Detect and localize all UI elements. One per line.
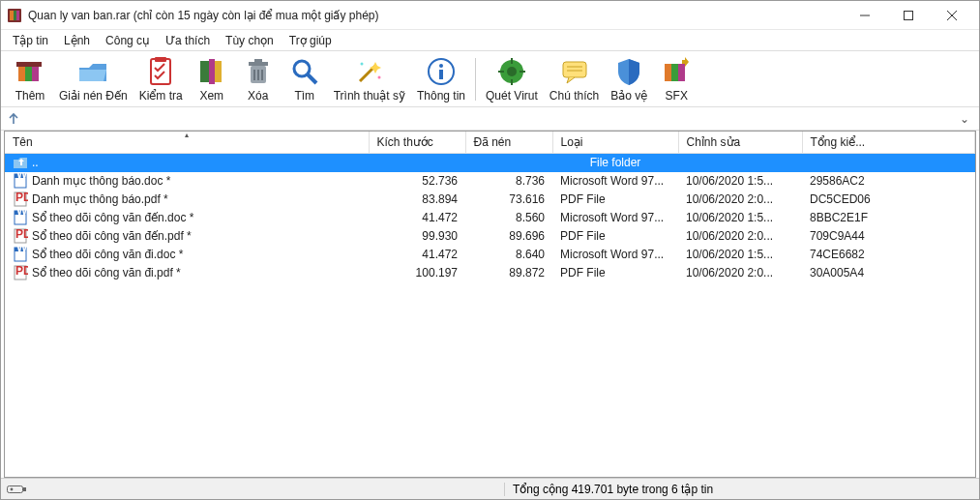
tool-label: Xóa <box>248 89 268 103</box>
tool-label: Giải nén Đến <box>59 89 128 103</box>
file-size: 41.472 <box>369 246 465 264</box>
file-type: PDF File <box>552 264 678 282</box>
file-size: 41.472 <box>369 209 465 227</box>
comment-button[interactable]: Chú thích <box>544 54 605 104</box>
extract-icon <box>77 56 108 87</box>
file-name: Danh mục thông báo.pdf * <box>32 192 168 206</box>
tool-label: Kiểm tra <box>139 89 183 103</box>
file-name: Danh mục thông báo.doc * <box>32 174 170 188</box>
file-packed: 89.872 <box>465 264 552 282</box>
menu-options[interactable]: Tùy chọn <box>218 31 282 50</box>
table-row[interactable]: Sổ theo dõi công văn đi.pdf *100.19789.8… <box>5 264 975 282</box>
add-icon <box>15 56 45 87</box>
tool-label: Trình thuật sỹ <box>334 89 405 103</box>
info-button[interactable]: Thông tin <box>411 54 471 104</box>
sfx-button[interactable]: SFX <box>653 54 699 104</box>
table-row[interactable]: Danh mục thông báo.pdf *83.89473.616PDF … <box>5 191 975 209</box>
file-packed: 8.560 <box>465 209 552 227</box>
file-crc: 30A005A4 <box>802 264 975 282</box>
up-icon[interactable] <box>7 112 20 126</box>
col-size[interactable]: Kích thước <box>369 132 465 154</box>
file-type: PDF File <box>552 191 678 209</box>
tool-label: Thông tin <box>417 89 465 103</box>
add-button[interactable]: Thêm <box>7 54 53 104</box>
virus-icon <box>496 56 527 87</box>
menubar: Tập tin Lệnh Công cụ Ưa thích Tùy chọn T… <box>1 30 979 51</box>
view-button[interactable]: Xem <box>189 54 235 104</box>
file-size: 83.894 <box>369 191 465 209</box>
table-row[interactable]: Sổ theo dõi công văn đến.doc *41.4728.56… <box>5 209 975 227</box>
comment-icon <box>559 56 590 87</box>
tool-label: Chú thích <box>549 89 599 103</box>
status-text: Tổng cộng 419.701 byte trong 6 tập tin <box>504 483 979 496</box>
close-button[interactable] <box>930 2 973 29</box>
file-name: Sổ theo dõi công văn đi.doc * <box>32 248 183 261</box>
table-row[interactable]: Sổ theo dõi công văn đến.pdf *99.93089.6… <box>5 227 975 246</box>
file-crc: 74CE6682 <box>802 246 975 264</box>
folder-up-icon <box>13 155 28 170</box>
file-name: Sổ theo dõi công văn đi.pdf * <box>32 266 181 279</box>
file-size: 52.736 <box>369 172 465 191</box>
tool-label: Thêm <box>15 89 45 103</box>
file-modified: 10/06/2020 2:0... <box>678 227 802 246</box>
file-list[interactable]: Tên▴ Kích thước Đã nén Loại Chỉnh sửa Tổ… <box>4 131 976 478</box>
file-type: PDF File <box>552 227 678 246</box>
sfx-icon <box>661 56 692 87</box>
virus-button[interactable]: Quét Virut <box>480 54 544 104</box>
test-icon <box>145 56 176 87</box>
delete-icon <box>243 56 274 87</box>
svg-rect-3 <box>16 11 19 20</box>
svg-rect-5 <box>904 11 912 19</box>
chevron-down-icon[interactable]: ⌄ <box>960 112 969 126</box>
tool-label: Bảo vệ <box>610 89 647 103</box>
pdf-icon <box>13 228 28 244</box>
parent-row[interactable]: ..File folder <box>5 154 975 172</box>
col-modified[interactable]: Chỉnh sửa <box>678 132 802 154</box>
table-row[interactable]: Sổ theo dõi công văn đi.doc *41.4728.640… <box>5 246 975 264</box>
test-button[interactable]: Kiểm tra <box>134 54 189 104</box>
maximize-button[interactable] <box>886 2 930 29</box>
minimize-button[interactable] <box>843 2 886 29</box>
col-packed[interactable]: Đã nén <box>465 132 552 154</box>
file-size: 100.197 <box>369 264 465 282</box>
svg-rect-1 <box>10 11 14 20</box>
pathbar[interactable]: ⌄ <box>1 107 979 131</box>
file-name: .. <box>32 156 39 169</box>
menu-help[interactable]: Trợ giúp <box>282 31 340 50</box>
menu-commands[interactable]: Lệnh <box>56 31 98 50</box>
menu-tools[interactable]: Công cụ <box>98 31 158 50</box>
file-name: Sổ theo dõi công văn đến.doc * <box>32 211 193 224</box>
file-modified: 10/06/2020 2:0... <box>678 191 802 209</box>
file-packed: 89.696 <box>465 227 552 246</box>
svg-rect-8 <box>8 485 23 492</box>
file-type: Microsoft Word 97... <box>552 172 678 191</box>
col-crc[interactable]: Tổng kiể... <box>802 132 975 154</box>
winrar-icon <box>7 8 22 23</box>
col-type[interactable]: Loại <box>552 132 678 154</box>
extract-button[interactable]: Giải nén Đến <box>53 54 134 104</box>
titlebar: Quan ly van ban.rar (chỉ còn 15 ngày còn… <box>1 1 979 30</box>
find-button[interactable]: Tìm <box>282 54 328 104</box>
menu-file[interactable]: Tập tin <box>5 31 56 50</box>
tool-label: SFX <box>666 89 688 103</box>
delete-button[interactable]: Xóa <box>235 54 282 104</box>
info-icon <box>426 56 457 87</box>
file-crc: 8BBC2E1F <box>802 209 975 227</box>
view-icon <box>196 56 227 87</box>
lock-caps-icon <box>7 484 28 495</box>
wizard-button[interactable]: Trình thuật sỹ <box>328 54 411 104</box>
table-row[interactable]: Danh mục thông báo.doc *52.7368.736Micro… <box>5 172 975 191</box>
file-modified: 10/06/2020 1:5... <box>678 209 802 227</box>
col-name[interactable]: Tên▴ <box>5 132 369 154</box>
protect-button[interactable]: Bảo vệ <box>605 54 653 104</box>
tool-label: Quét Virut <box>486 89 538 103</box>
menu-favorites[interactable]: Ưa thích <box>158 31 218 50</box>
file-modified: 10/06/2020 1:5... <box>678 246 802 264</box>
statusbar: Tổng cộng 419.701 byte trong 6 tập tin <box>1 478 979 499</box>
file-name: Sổ theo dõi công văn đến.pdf * <box>32 229 192 243</box>
toolbar: ThêmGiải nén ĐếnKiểm traXemXóaTìmTrình t… <box>1 51 979 107</box>
tool-label: Tìm <box>294 89 314 103</box>
protect-icon <box>613 56 644 87</box>
pdf-icon <box>13 265 28 280</box>
pdf-icon <box>13 191 28 207</box>
